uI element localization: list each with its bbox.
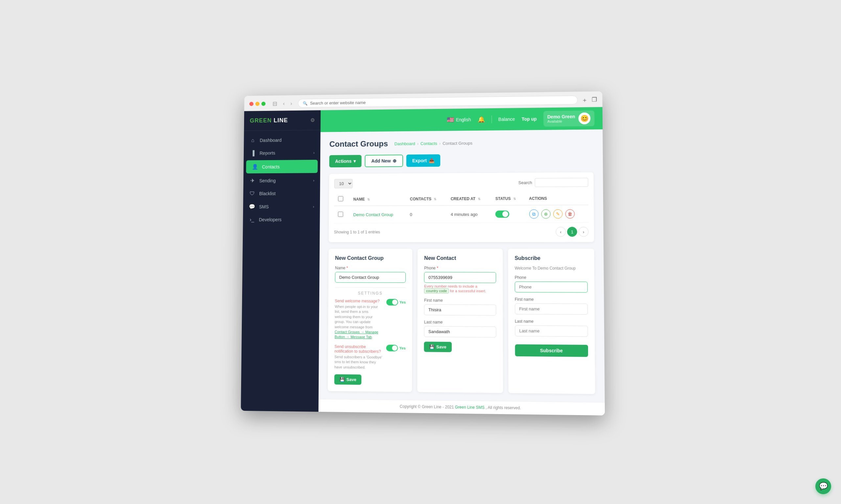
subscribe-subtitle: Welcome To Demo Contact Group <box>515 266 588 270</box>
table-controls: 10 25 50 Search <box>334 178 588 188</box>
search-label: Search <box>518 180 532 185</box>
close-button[interactable] <box>250 102 254 106</box>
add-contact-icon[interactable]: ⊕ <box>541 209 551 218</box>
select-all-checkbox[interactable] <box>338 196 343 201</box>
welcome-toggle-label: Yes <box>399 300 406 304</box>
browser-window: ⊟ ‹ › 🔍 Search or enter website name ＋ ❐… <box>241 91 605 415</box>
sidebar-item-dashboard[interactable]: ⌂ Dashboard <box>244 133 320 147</box>
logo-green: GREEN <box>250 117 272 124</box>
add-new-button[interactable]: Add New ⊕ <box>365 155 404 167</box>
col-status: STATUS ⇅ <box>492 192 525 205</box>
prev-page-button[interactable]: ‹ <box>555 227 566 237</box>
subscribe-phone-label: Phone <box>515 275 588 280</box>
unsubscribe-desc: Send subscribers a 'Goodbye' sms to let … <box>334 354 383 370</box>
sidebar-item-contacts[interactable]: 👤 Contacts <box>246 160 318 174</box>
chevron-right-icon: › <box>313 179 314 182</box>
notification-bell-icon[interactable]: 🔔 <box>478 116 485 123</box>
topup-button[interactable]: Top up <box>522 116 537 121</box>
sidebar-item-developers[interactable]: ›_ Developers <box>243 213 320 226</box>
unsubscribe-label: Send unsubscribe notification to subscri… <box>334 344 383 354</box>
new-contact-panel: New Contact Phone * Every number needs t… <box>417 249 503 393</box>
sidebar-item-reports[interactable]: ▐ Reports › <box>244 146 321 160</box>
save-icon: 💾 <box>339 377 345 382</box>
breadcrumb-dashboard[interactable]: Dashboard <box>395 141 415 146</box>
page-1-button[interactable]: 1 <box>567 227 577 237</box>
address-bar[interactable]: 🔍 Search or enter website name <box>298 95 578 108</box>
last-name-input[interactable] <box>424 326 496 338</box>
new-tab-icon[interactable]: ＋ <box>582 96 587 104</box>
user-menu[interactable]: Demo Green Available 😊 <box>543 111 595 127</box>
sending-icon: ✈ <box>249 178 256 184</box>
subscribe-lastname-label: Last name <box>515 319 588 324</box>
traffic-lights <box>250 102 265 106</box>
welcome-message-desc: When people opt-in to your list, send th… <box>334 304 383 340</box>
phone-input[interactable] <box>424 272 496 283</box>
contacts-icon: 👤 <box>252 164 259 170</box>
breadcrumb-sep: › <box>439 141 441 146</box>
contact-count: 0 <box>406 205 447 223</box>
chevron-right-icon: › <box>313 204 314 209</box>
first-name-input[interactable] <box>424 304 496 315</box>
subscribe-phone-input[interactable] <box>515 282 588 293</box>
forward-button[interactable]: › <box>289 100 294 107</box>
settings-icon[interactable]: ⚙ <box>310 117 315 123</box>
unsubscribe-row: Send unsubscribe notification to subscri… <box>334 344 406 371</box>
chat-bubble[interactable]: 💬 <box>816 479 831 494</box>
group-name-input[interactable] <box>335 272 406 283</box>
first-name-label: First name <box>424 298 496 303</box>
save-icon: 💾 <box>429 344 435 349</box>
blacklist-icon: 🛡 <box>249 191 256 197</box>
contact-group-name-link[interactable]: Demo Contact Group <box>353 212 393 217</box>
sidebar-item-sms[interactable]: 💬 SMS › <box>243 200 320 213</box>
per-page-select[interactable]: 10 25 50 <box>334 179 353 188</box>
breadcrumb-contacts[interactable]: Contacts <box>420 141 437 146</box>
save-contact-button[interactable]: 💾 Save <box>424 342 452 352</box>
edit-icon[interactable]: ✎ <box>553 209 563 218</box>
subscribe-button[interactable]: Subscribe <box>515 344 588 357</box>
save-group-button[interactable]: 💾 Save <box>334 374 362 385</box>
actions-button[interactable]: Actions ▾ <box>329 155 362 167</box>
name-label: Name * <box>335 266 406 270</box>
sidebar-item-label: Reports <box>259 150 275 156</box>
address-text: Search or enter website name <box>310 100 366 106</box>
next-page-button[interactable]: › <box>579 227 589 237</box>
subscribe-firstname-input[interactable] <box>515 304 588 315</box>
save-label: Save <box>346 377 356 382</box>
sidebar-item-blacklist[interactable]: 🛡 Blacklist <box>243 187 320 200</box>
subscribe-firstname-group: First name <box>515 297 588 315</box>
breadcrumb: Dashboard › Contacts › Contact Groups <box>395 141 473 146</box>
subscribe-title: Subscribe <box>514 255 587 261</box>
copy-tab-icon[interactable]: ❐ <box>591 96 597 104</box>
sidebar-toggle-icon[interactable]: ⊟ <box>272 100 277 107</box>
footer-suffix: , All rights reserved. <box>485 405 521 411</box>
contacts-table: NAME ⇅ CONTACTS ⇅ CREATED AT ⇅ STATUS ⇅ … <box>334 192 589 223</box>
plus-circle-icon: ⊕ <box>393 158 396 163</box>
status-toggle[interactable] <box>495 211 509 218</box>
search-input[interactable] <box>535 178 588 187</box>
user-status: Available <box>547 119 575 123</box>
copy-icon[interactable]: ⧉ <box>529 209 538 218</box>
subscribe-lastname-input[interactable] <box>515 325 588 337</box>
pagination: ‹ 1 › <box>555 227 588 237</box>
sidebar-item-label: Blacklist <box>259 191 276 196</box>
minimize-button[interactable] <box>255 102 259 106</box>
maximize-button[interactable] <box>261 102 266 106</box>
footer-link[interactable]: Green Line SMS <box>455 405 484 410</box>
new-contact-group-title: New Contact Group <box>335 255 406 261</box>
page-header: Contact Groups Dashboard › Contacts › Co… <box>329 138 594 149</box>
breadcrumb-current: Contact Groups <box>443 141 473 146</box>
back-button[interactable]: ‹ <box>281 100 287 107</box>
phone-hint: Every number needs to include a country … <box>424 284 496 294</box>
subscribe-panel: Subscribe Welcome To Demo Contact Group … <box>508 249 595 394</box>
last-name-label: Last name <box>424 320 496 325</box>
delete-icon[interactable]: 🗑 <box>565 209 574 218</box>
export-button[interactable]: Export 📤 <box>406 154 440 167</box>
language-selector[interactable]: 🇺🇸 English <box>447 116 471 124</box>
unsubscribe-toggle[interactable] <box>386 344 398 351</box>
sidebar-item-sending[interactable]: ✈ Sending › <box>243 174 320 187</box>
col-name: NAME ⇅ <box>349 193 406 206</box>
welcome-toggle[interactable] <box>386 299 398 305</box>
subscribe-firstname-label: First name <box>515 297 588 302</box>
language-label: English <box>456 117 471 122</box>
row-checkbox[interactable] <box>338 212 343 217</box>
